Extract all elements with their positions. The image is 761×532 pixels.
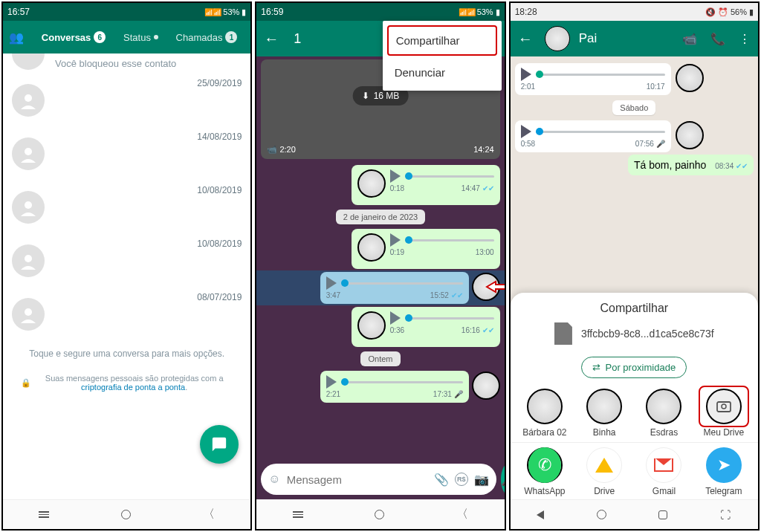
voice-msg[interactable]: 0:3616:16 ✔✔: [256, 305, 504, 348]
tab-conversas[interactable]: Conversas 6: [42, 31, 106, 43]
status-bar: 16:57 📶📶 53% ▮: [3, 3, 250, 21]
share-target-meu-drive[interactable]: Meu Drive: [694, 389, 754, 438]
avatar: [357, 169, 386, 198]
hold-hint: Toque e segure uma conversa para mais op…: [3, 341, 250, 366]
voice-msg-in[interactable]: 0:5807:56 🎤: [515, 120, 754, 152]
payment-icon[interactable]: R$: [455, 473, 468, 486]
status-time: 16:57: [7, 7, 30, 17]
voice-call-icon[interactable]: 📞: [710, 32, 725, 46]
svg-marker-5: [487, 282, 506, 292]
new-chat-fab[interactable]: [200, 425, 239, 464]
chat-row[interactable]: 25/09/2019: [3, 74, 250, 127]
chat-list[interactable]: Você bloqueou esse contato 25/09/2019 14…: [3, 53, 250, 499]
nearby-icon: ⇄: [592, 362, 600, 373]
message-field[interactable]: [287, 473, 428, 486]
share-app-whatsapp[interactable]: ✆WhatsApp: [515, 447, 574, 496]
mic-button[interactable]: 🎤: [501, 464, 506, 495]
play-icon[interactable]: [390, 169, 401, 183]
file-icon: [554, 322, 572, 345]
share-target[interactable]: Esdras: [634, 389, 693, 438]
voice-msg-in[interactable]: 2:0110:17: [515, 63, 754, 95]
menu-report[interactable]: Denunciar: [383, 57, 502, 88]
tab-chamadas[interactable]: Chamadas 1: [176, 31, 238, 43]
voice-msg[interactable]: 0:1913:00: [256, 227, 504, 270]
home-button[interactable]: [597, 510, 606, 519]
emoji-icon[interactable]: ☺: [268, 473, 280, 486]
expand-button[interactable]: ⛶: [720, 509, 732, 521]
panel-3: 18:28 🔇 ⏰56%▮ ← Pai 📹 📞 ⋮ 2:0110:17 Sába…: [509, 1, 760, 531]
play-icon[interactable]: [521, 68, 531, 81]
play-icon[interactable]: [326, 375, 337, 389]
menu-icon[interactable]: ⋮: [739, 32, 751, 46]
recents-button[interactable]: [39, 511, 49, 518]
highlight-box: [699, 386, 749, 427]
back-button[interactable]: 〈: [456, 507, 468, 522]
contact-name[interactable]: Pai: [579, 31, 598, 46]
communities-icon[interactable]: 👥: [7, 28, 25, 46]
recents-button[interactable]: [293, 511, 303, 518]
avatar: [472, 372, 500, 400]
avatar: [676, 64, 704, 92]
share-target[interactable]: Binha: [574, 389, 634, 438]
chat-area[interactable]: ⬇ 16 MB 📹 2:20 14:24 0:1814:47 ✔✔ 2 de j…: [256, 56, 504, 499]
mic-icon: 🎤: [454, 390, 463, 398]
chat-row[interactable]: 08/07/2019: [3, 288, 250, 341]
menu-share[interactable]: Compartilhar: [387, 25, 497, 56]
share-file: 3ffcbcb9-8c8...d1ca5ce8c73f: [554, 322, 714, 345]
play-icon[interactable]: [390, 233, 401, 247]
voice-msg[interactable]: 0:1814:47 ✔✔: [256, 163, 504, 207]
chat-row[interactable]: 10/08/2019: [3, 181, 250, 234]
video-time: 14:24: [473, 145, 494, 155]
share-target[interactable]: Bárbara 02: [515, 389, 574, 438]
panel-2: 16:59 📶📶53%▮ ← 1 ↩ Compartilhar Denuncia…: [255, 1, 505, 531]
status-time: 18:28: [515, 7, 537, 17]
status-bar: 16:59 📶📶53%▮: [256, 3, 504, 21]
recents-button[interactable]: [658, 510, 667, 519]
camera-icon[interactable]: 📷: [474, 473, 489, 487]
voice-msg-selected[interactable]: 3:4715:52 ✔✔: [256, 270, 504, 305]
lock-icon: 🔒: [21, 378, 31, 388]
status-right: 📶📶 53% ▮: [204, 7, 246, 17]
chat-row[interactable]: 10/08/2019: [3, 234, 250, 288]
panel-1: 16:57 📶📶 53% ▮ 👥 Conversas 6 Status Cham…: [1, 1, 252, 531]
voice-msg[interactable]: 2:2117:31 🎤: [256, 369, 504, 404]
avatar: [12, 137, 45, 170]
encryption-notice: 🔒 Suas mensagens pessoais são protegidas…: [3, 366, 250, 399]
chat-area[interactable]: 2:0110:17 Sábado 0:5807:56 🎤 Tá bom, pai…: [511, 56, 758, 499]
share-app-telegram[interactable]: ➤Telegram: [694, 447, 754, 496]
avatar: [12, 244, 45, 277]
avatar: [357, 311, 386, 340]
share-title: Compartilhar: [600, 302, 669, 315]
tab-status[interactable]: Status: [123, 32, 158, 43]
nearby-share-chip[interactable]: ⇄ Por proximidade: [581, 357, 687, 378]
svg-point-4: [25, 308, 32, 316]
back-button[interactable]: 〈: [203, 507, 215, 522]
message-input[interactable]: ☺ 📎 R$ 📷: [261, 464, 496, 495]
home-button[interactable]: [121, 510, 131, 519]
video-duration: 📹 2:20: [267, 145, 295, 155]
share-app-drive[interactable]: Drive: [574, 447, 634, 496]
play-icon[interactable]: [326, 276, 337, 290]
callout-arrow-icon: [485, 279, 506, 297]
text-msg-out[interactable]: Tá bom, painho 08:34 ✔✔: [515, 155, 754, 175]
play-icon[interactable]: [390, 311, 401, 325]
contact-avatar[interactable]: [545, 26, 570, 51]
avatar: [12, 298, 45, 331]
share-app-gmail[interactable]: Gmail: [634, 447, 693, 496]
blocked-label: Você bloqueou esse contato: [55, 58, 250, 69]
encryption-link[interactable]: criptografia de ponta a ponta: [81, 383, 185, 392]
back-button[interactable]: [537, 510, 544, 519]
status-bar: 18:28 🔇 ⏰56%▮: [511, 3, 758, 21]
read-ticks-icon: ✔✔: [482, 184, 494, 192]
back-icon[interactable]: ←: [264, 30, 279, 48]
system-nav: 〈: [3, 499, 250, 529]
home-button[interactable]: [375, 510, 384, 519]
date-divider: Ontem: [360, 351, 400, 366]
back-icon[interactable]: ←: [518, 30, 533, 48]
date-divider: 2 de janeiro de 2023: [336, 210, 425, 224]
chat-row[interactable]: 14/08/2019: [3, 127, 250, 181]
play-icon[interactable]: [521, 125, 531, 138]
avatar: [357, 233, 386, 262]
attach-icon[interactable]: 📎: [434, 473, 449, 487]
video-call-icon[interactable]: 📹: [682, 32, 697, 46]
